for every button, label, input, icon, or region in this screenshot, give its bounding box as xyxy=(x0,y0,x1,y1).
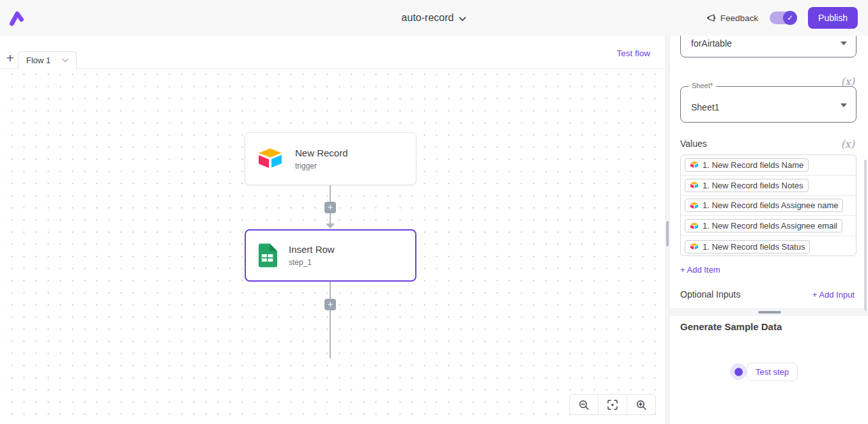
value-token[interactable]: 1. New Record fields Assignee email xyxy=(685,219,842,232)
token-label: 1. New Record fields Assignee name xyxy=(703,201,838,210)
megaphone-icon xyxy=(706,13,717,24)
airtable-icon xyxy=(690,243,699,250)
airtable-icon xyxy=(690,181,699,189)
flow-canvas[interactable]: + Flow 1 Test flow New Record trigger xyxy=(0,36,665,424)
chevron-down-icon xyxy=(459,17,466,22)
airtable-icon xyxy=(690,202,699,209)
feedback-label: Feedback xyxy=(720,13,758,23)
sheet-value: Sheet1 xyxy=(691,102,719,112)
zoom-out-icon xyxy=(578,399,590,411)
token-label: 1. New Record fields Assignee email xyxy=(703,221,837,231)
value-row[interactable]: 1. New Record fields Status xyxy=(681,236,856,256)
sheet-field-label: Sheet* xyxy=(689,82,716,89)
panel-resize-gutter[interactable] xyxy=(665,36,669,424)
chevron-down-icon xyxy=(62,58,68,63)
add-step-button[interactable]: + xyxy=(324,299,336,310)
value-token[interactable]: 1. New Record fields Name xyxy=(685,158,809,172)
value-row[interactable]: 1. New Record fields Name xyxy=(681,155,856,176)
flow-builder-app: auto-record Feedback ✓ Publish + xyxy=(0,0,868,424)
airtable-icon xyxy=(690,161,699,169)
node-subtitle: step_1 xyxy=(289,258,335,267)
resize-grip-icon xyxy=(666,221,669,246)
connection-value: forAirtable xyxy=(691,38,732,49)
fit-view-icon xyxy=(607,399,618,411)
node-title: Insert Row xyxy=(289,244,335,255)
feedback-button[interactable]: Feedback xyxy=(706,13,758,24)
optional-inputs-label: Optional Inputs xyxy=(680,289,740,299)
topbar: auto-record Feedback ✓ Publish xyxy=(0,0,868,36)
test-step-button[interactable]: Test step xyxy=(747,363,798,381)
scrollbar-thumb[interactable] xyxy=(864,160,867,311)
tab-label: Flow 1 xyxy=(26,56,50,65)
value-row[interactable]: 1. New Record fields Assignee email xyxy=(681,216,856,236)
publish-button[interactable]: Publish xyxy=(808,7,858,29)
add-step-button[interactable]: + xyxy=(324,202,336,213)
value-row[interactable]: 1. New Record fields Assignee name xyxy=(681,196,856,216)
node-insert-row[interactable]: Insert Row step_1 xyxy=(245,229,416,282)
edge-arrow-icon xyxy=(326,223,335,229)
airtable-icon xyxy=(690,222,699,230)
add-flow-button[interactable]: + xyxy=(4,52,17,65)
zoom-out-button[interactable] xyxy=(570,395,598,414)
add-input-button[interactable]: + Add Input xyxy=(812,290,855,299)
topbar-actions: Feedback ✓ Publish xyxy=(706,0,858,36)
flow-tabstrip: + Flow 1 Test flow xyxy=(0,36,665,69)
flow-name-menu[interactable]: auto-record xyxy=(402,12,467,24)
test-step-status-dot xyxy=(730,363,747,380)
app-logo-icon[interactable] xyxy=(8,8,27,27)
value-token[interactable]: 1. New Record fields Notes xyxy=(685,179,809,192)
edge-line xyxy=(330,282,331,358)
token-label: 1. New Record fields Name xyxy=(703,160,803,170)
google-sheets-icon xyxy=(257,243,277,268)
connection-select[interactable]: forAirtable xyxy=(680,36,857,57)
status-dot-icon xyxy=(735,368,743,376)
node-text: New Record trigger xyxy=(295,148,348,170)
drag-handle-icon xyxy=(758,311,781,314)
flow-enabled-toggle[interactable]: ✓ xyxy=(770,11,796,24)
panel-section-divider[interactable] xyxy=(670,308,868,315)
generate-sample-data-title: Generate Sample Data xyxy=(680,321,782,332)
zoom-in-icon xyxy=(636,399,647,411)
step-settings-panel: forAirtable (x) Sheet* Sheet1 Values (x)… xyxy=(669,36,868,424)
toggle-check-icon: ✓ xyxy=(783,11,797,25)
token-label: 1. New Record fields Notes xyxy=(703,181,803,190)
chevron-down-icon xyxy=(841,42,847,45)
values-list: 1. New Record fields Name 1. New Record … xyxy=(680,155,857,256)
airtable-icon xyxy=(257,147,284,170)
node-new-record[interactable]: New Record trigger xyxy=(245,132,416,185)
flow-name: auto-record xyxy=(402,12,454,24)
values-label: Values xyxy=(680,139,707,149)
zoom-in-button[interactable] xyxy=(627,395,655,414)
node-title: New Record xyxy=(295,148,348,158)
canvas-zoom-toolbar xyxy=(569,394,656,415)
node-text: Insert Row step_1 xyxy=(289,244,335,267)
value-row[interactable]: 1. New Record fields Notes xyxy=(681,176,856,196)
value-token[interactable]: 1. New Record fields Status xyxy=(685,240,810,254)
sheet-select[interactable]: Sheet* Sheet1 xyxy=(680,86,857,123)
node-subtitle: trigger xyxy=(295,162,348,170)
test-flow-link[interactable]: Test flow xyxy=(616,49,650,58)
token-label: 1. New Record fields Status xyxy=(703,242,805,252)
fit-view-button[interactable] xyxy=(598,395,627,414)
tab-flow-1[interactable]: Flow 1 xyxy=(18,51,77,70)
chevron-down-icon xyxy=(841,103,847,107)
insert-variable-button[interactable]: (x) xyxy=(841,138,855,150)
value-token[interactable]: 1. New Record fields Assignee name xyxy=(685,199,843,212)
add-item-button[interactable]: + Add Item xyxy=(680,265,720,275)
